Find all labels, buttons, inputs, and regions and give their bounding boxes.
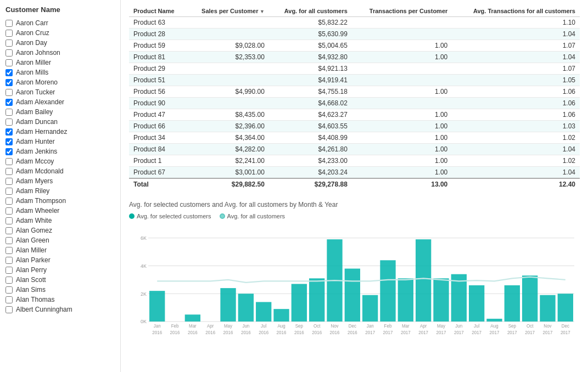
customer-item[interactable]: Alan Parker <box>0 255 120 265</box>
customer-item[interactable]: Aaron Day <box>0 38 120 48</box>
svg-text:2017: 2017 <box>507 330 517 335</box>
chart-legend: Avg. for selected customers Avg. for all… <box>129 213 580 219</box>
customer-item[interactable]: Adam Duncan <box>0 117 120 127</box>
table-cell <box>352 29 452 40</box>
customer-checkbox[interactable] <box>5 59 13 66</box>
table-cell: $4,203.24 <box>269 167 352 179</box>
table-cell: 1.07 <box>452 63 580 75</box>
table-cell: 1.00 <box>352 144 452 155</box>
customer-item[interactable]: Aaron Carr <box>0 18 120 28</box>
table-header-avgTrans: Avg. Transactions for all customers <box>452 5 580 17</box>
table-row[interactable]: Product 84$4,282.00$4,261.801.001.04 <box>129 144 580 155</box>
customer-checkbox[interactable] <box>5 99 13 106</box>
customer-checkbox[interactable] <box>5 20 13 27</box>
table-row[interactable]: Product 90$4,668.021.06 <box>129 98 580 109</box>
customer-checkbox[interactable] <box>5 79 13 86</box>
chart-container: 0K2K4K6KJan2016Feb2016Mar2016Apr2016May2… <box>129 225 580 346</box>
customer-checkbox[interactable] <box>5 168 13 175</box>
customer-checkbox[interactable] <box>5 128 13 136</box>
customer-checkbox[interactable] <box>5 207 13 215</box>
customer-checkbox[interactable] <box>5 237 13 244</box>
customer-item[interactable]: Adam Hernandez <box>0 127 120 137</box>
table-row[interactable]: Product 34$4,364.00$4,408.991.001.02 <box>129 132 580 144</box>
customer-checkbox[interactable] <box>5 158 13 165</box>
table-row[interactable]: Product 59$9,028.00$5,004.651.001.07 <box>129 40 580 52</box>
customer-item[interactable]: Alan Sims <box>0 285 120 295</box>
customer-item[interactable]: Aaron Mills <box>0 67 120 77</box>
customer-checkbox[interactable] <box>5 69 13 76</box>
customer-item[interactable]: Alan Miller <box>0 245 120 255</box>
customer-checkbox[interactable] <box>5 277 13 284</box>
table-cell: 1.10 <box>452 17 580 29</box>
customer-checkbox[interactable] <box>5 286 13 294</box>
customer-checkbox[interactable] <box>5 30 13 37</box>
table-header-sales[interactable]: Sales per Customer <box>186 5 269 17</box>
customer-checkbox[interactable] <box>5 227 13 234</box>
table-row[interactable]: Product 66$2,396.00$4,603.551.001.03 <box>129 121 580 132</box>
customer-item[interactable]: Adam Riley <box>0 186 120 196</box>
customer-checkbox[interactable] <box>5 188 13 195</box>
customer-checkbox[interactable] <box>5 198 13 205</box>
table-cell: $4,233.00 <box>269 155 352 167</box>
customer-item[interactable]: Alan Gomez <box>0 226 120 235</box>
table-row[interactable]: Product 81$2,353.00$4,932.801.001.04 <box>129 52 580 63</box>
svg-text:2016: 2016 <box>312 330 322 335</box>
customer-item[interactable]: Aaron Tucker <box>0 87 120 97</box>
table-row[interactable]: Product 63$5,832.221.10 <box>129 17 580 29</box>
customer-checkbox[interactable] <box>5 306 13 313</box>
customer-item[interactable]: Adam Myers <box>0 176 120 186</box>
customer-item[interactable]: Adam Bailey <box>0 107 120 117</box>
customer-checkbox[interactable] <box>5 178 13 185</box>
customer-item[interactable]: Adam Mcdonald <box>0 166 120 176</box>
table-total-cell: $29,278.88 <box>269 178 352 190</box>
customer-checkbox[interactable] <box>5 89 13 96</box>
svg-text:Jul: Jul <box>261 323 266 329</box>
svg-text:2016: 2016 <box>294 330 304 335</box>
table-row[interactable]: Product 47$8,435.00$4,623.271.001.06 <box>129 109 580 121</box>
customer-checkbox[interactable] <box>5 49 13 57</box>
customer-checkbox[interactable] <box>5 257 13 264</box>
customer-item[interactable]: Aaron Moreno <box>0 77 120 87</box>
customer-item[interactable]: Alan Thomas <box>0 295 120 305</box>
customer-item[interactable]: Adam Wheeler <box>0 206 120 216</box>
product-table: Product NameSales per CustomerAvg. for a… <box>129 5 580 190</box>
table-row[interactable]: Product 51$4,919.411.05 <box>129 75 580 86</box>
customer-checkbox[interactable] <box>5 148 13 155</box>
table-total-cell: $29,882.50 <box>186 178 269 190</box>
customer-checkbox[interactable] <box>5 40 13 47</box>
table-row[interactable]: Product 67$3,001.00$4,203.241.001.04 <box>129 167 580 179</box>
table-row[interactable]: Product 29$4,921.131.07 <box>129 63 580 75</box>
table-cell: Product 66 <box>129 121 186 132</box>
customer-item[interactable]: Albert Cunningham <box>0 305 120 314</box>
customer-checkbox[interactable] <box>5 247 13 254</box>
customer-checkbox[interactable] <box>5 217 13 224</box>
table-cell <box>186 17 269 29</box>
customer-item[interactable]: Adam Alexander <box>0 97 120 107</box>
customer-item[interactable]: Adam Mccoy <box>0 156 120 166</box>
svg-text:2016: 2016 <box>241 330 251 335</box>
customer-sidebar: Customer Name Aaron CarrAaron CruzAaron … <box>0 0 121 372</box>
customer-checkbox[interactable] <box>5 267 13 274</box>
customer-item[interactable]: Alan Green <box>0 235 120 245</box>
customer-item[interactable]: Aaron Johnson <box>0 48 120 58</box>
customer-item[interactable]: Aaron Cruz <box>0 28 120 38</box>
table-cell: $3,001.00 <box>186 167 269 179</box>
customer-item[interactable]: Adam Hunter <box>0 137 120 146</box>
customer-checkbox[interactable] <box>5 119 13 126</box>
customer-item[interactable]: Adam White <box>0 216 120 226</box>
table-row[interactable]: Product 1$2,241.00$4,233.001.001.02 <box>129 155 580 167</box>
customer-item[interactable]: Aaron Miller <box>0 58 120 67</box>
customer-label: Alan Parker <box>16 256 51 264</box>
customer-item[interactable]: Alan Scott <box>0 275 120 285</box>
table-cell: 1.00 <box>352 52 452 63</box>
table-row[interactable]: Product 28$5,630.991.04 <box>129 29 580 40</box>
customer-item[interactable]: Adam Jenkins <box>0 146 120 156</box>
customer-checkbox[interactable] <box>5 296 13 303</box>
customer-checkbox[interactable] <box>5 109 13 116</box>
table-cell <box>186 98 269 109</box>
customer-checkbox[interactable] <box>5 138 13 145</box>
customer-item[interactable]: Adam Thompson <box>0 196 120 206</box>
svg-text:Sep: Sep <box>508 323 517 329</box>
customer-item[interactable]: Alan Perry <box>0 265 120 275</box>
table-row[interactable]: Product 56$4,990.00$4,755.181.001.06 <box>129 86 580 98</box>
